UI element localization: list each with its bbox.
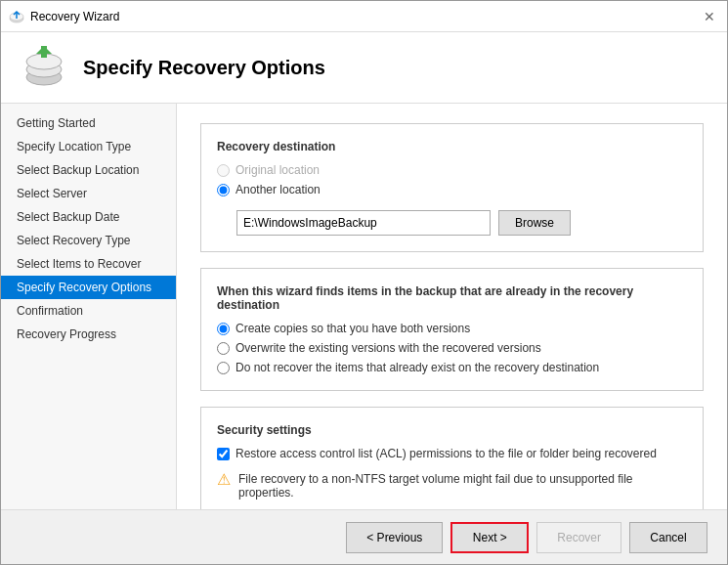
- warning-row: ⚠ File recovery to a non-NTFS target vol…: [217, 472, 687, 500]
- previous-button[interactable]: < Previous: [346, 522, 443, 553]
- footer: < Previous Next > Recover Cancel: [1, 509, 727, 564]
- radio-another-location[interactable]: [217, 184, 230, 196]
- sidebar-item-specify-recovery-options[interactable]: Specify Recovery Options: [1, 276, 176, 299]
- radio-row-create-copies: Create copies so that you have both vers…: [217, 322, 687, 335]
- radio-do-not[interactable]: [217, 362, 230, 374]
- checkbox-restore-label: Restore access control list (ACL) permis…: [236, 447, 657, 460]
- sidebar-item-confirmation[interactable]: Confirmation: [1, 299, 176, 323]
- browse-button[interactable]: Browse: [498, 210, 571, 236]
- radio-create-copies-label: Create copies so that you have both vers…: [236, 322, 470, 335]
- radio-row-another: Another location: [217, 183, 687, 196]
- radio-overwrite[interactable]: [217, 342, 230, 355]
- page-title: Specify Recovery Options: [83, 57, 325, 79]
- radio-original-label: Original location: [236, 163, 320, 177]
- sidebar-item-select-recovery-type[interactable]: Select Recovery Type: [1, 229, 176, 252]
- radio-row-do-not: Do not recover the items that already ex…: [217, 361, 687, 374]
- recover-button[interactable]: Recover: [536, 522, 621, 553]
- checkbox-restore-acl[interactable]: [217, 448, 230, 460]
- warning-text: File recovery to a non-NTFS target volum…: [238, 472, 687, 500]
- recovery-destination-section: Recovery destination Original location A…: [200, 123, 704, 252]
- sidebar-item-specify-location-type[interactable]: Specify Location Type: [1, 135, 176, 158]
- radio-another-label: Another location: [236, 183, 321, 196]
- sidebar-item-recovery-progress[interactable]: Recovery Progress: [1, 323, 176, 346]
- header: Specify Recovery Options: [1, 32, 727, 104]
- when-found-section: When this wizard finds items in the back…: [200, 268, 704, 391]
- radio-create-copies[interactable]: [217, 323, 230, 335]
- security-section: Security settings Restore access control…: [200, 407, 704, 509]
- next-button[interactable]: Next >: [450, 522, 529, 553]
- location-row: Browse: [236, 210, 687, 236]
- when-found-options: Create copies so that you have both vers…: [217, 322, 687, 374]
- sidebar-item-select-backup-date[interactable]: Select Backup Date: [1, 205, 176, 229]
- sidebar-item-getting-started[interactable]: Getting Started: [1, 111, 176, 135]
- main-content: Recovery destination Original location A…: [177, 104, 727, 509]
- radio-do-not-label: Do not recover the items that already ex…: [236, 361, 599, 374]
- when-found-title: When this wizard finds items in the back…: [217, 284, 687, 312]
- svg-rect-6: [41, 46, 47, 58]
- content-area: Getting Started Specify Location Type Se…: [1, 104, 727, 509]
- sidebar-item-select-server[interactable]: Select Server: [1, 182, 176, 205]
- title-bar: Recovery Wizard ✕: [1, 1, 727, 32]
- title-bar-left: Recovery Wizard: [9, 9, 119, 24]
- warning-icon: ⚠: [217, 472, 231, 488]
- radio-row-overwrite: Overwrite the existing versions with the…: [217, 341, 687, 355]
- location-input[interactable]: [236, 210, 491, 236]
- radio-original-location[interactable]: [217, 164, 230, 177]
- sidebar-item-select-backup-location[interactable]: Select Backup Location: [1, 158, 176, 182]
- cancel-button[interactable]: Cancel: [629, 522, 707, 553]
- window-icon: [9, 9, 24, 24]
- radio-row-original: Original location: [217, 163, 687, 177]
- window-title: Recovery Wizard: [30, 10, 119, 23]
- close-button[interactable]: ✕: [700, 7, 719, 26]
- sidebar-item-select-items-to-recover[interactable]: Select Items to Recover: [1, 252, 176, 276]
- radio-overwrite-label: Overwrite the existing versions with the…: [236, 341, 541, 355]
- recovery-destination-title: Recovery destination: [217, 140, 687, 153]
- recovery-destination-options: Original location Another location Brows…: [217, 163, 687, 236]
- sidebar: Getting Started Specify Location Type Se…: [1, 104, 177, 509]
- header-icon: [21, 44, 67, 91]
- checkbox-row-restore: Restore access control list (ACL) permis…: [217, 447, 687, 460]
- security-title: Security settings: [217, 423, 687, 437]
- window: Recovery Wizard ✕ Specify Recovery Optio…: [0, 0, 728, 565]
